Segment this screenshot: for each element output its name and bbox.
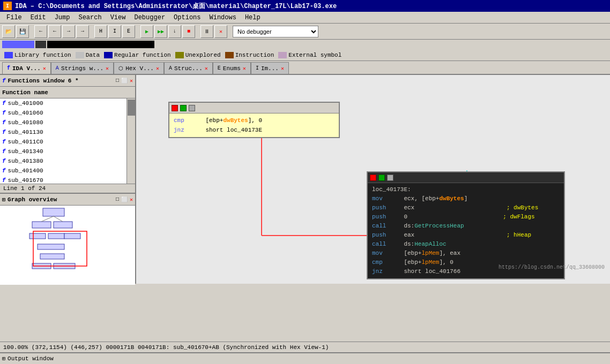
list-item[interactable]: f sub_401060	[0, 108, 127, 118]
legend-regular-label: Regular function	[114, 52, 171, 58]
exports-button[interactable]: E	[122, 25, 135, 38]
asm-mov-line: mov ecx, [ebp+dwBytes]	[372, 194, 560, 203]
tab-struct-label: Struc...	[174, 65, 203, 72]
svg-line-10	[41, 216, 54, 222]
tab-enums[interactable]: E Enums ✕	[213, 62, 251, 74]
function-list[interactable]: f sub_401000 f sub_401060 f sub_401080 f…	[0, 98, 127, 184]
functions-scrollbar[interactable]	[127, 98, 135, 184]
tab-strings[interactable]: A Strings w... ✕	[51, 62, 114, 74]
tab-idaview[interactable]: f IDA V... ✕	[2, 62, 51, 74]
func-icon: f	[2, 129, 6, 135]
code-block-large: loc_40173E: mov ecx, [ebp+dwBytes] push …	[367, 171, 565, 279]
debugger-select[interactable]: No debugger	[233, 26, 318, 37]
tab-imports-close[interactable]: ✕	[281, 65, 284, 72]
back-button[interactable]: ←	[34, 25, 47, 38]
val-0: 0	[404, 214, 407, 220]
graph-overview-pin[interactable]: □	[116, 196, 119, 202]
comment-dwBytes: ; dwBytes	[507, 204, 538, 211]
scrollbar-thumb[interactable]	[128, 100, 135, 116]
graph-view[interactable]: cmp [ebp+dwBytes], 0 jnz short loc_40173…	[136, 75, 610, 284]
menu-jump[interactable]: Jump	[50, 13, 75, 22]
svg-rect-4	[48, 233, 64, 239]
svg-rect-1	[32, 222, 51, 228]
tab-struct[interactable]: A Struc... ✕	[164, 62, 213, 74]
list-item[interactable]: f sub_401000	[0, 98, 127, 108]
func-name: sub_401380	[8, 158, 43, 164]
block-large-color-gray	[387, 175, 393, 181]
menu-options[interactable]: Options	[169, 13, 205, 22]
window-title: IDA – C:\Documents and Settings\Administ…	[15, 2, 337, 11]
func-name: sub_4011C0	[8, 139, 43, 145]
tab-strings-label: Strings w...	[61, 65, 103, 72]
tab-strings-close[interactable]: ✕	[106, 65, 109, 72]
sym-HeapAlloc: HeapAlloc	[414, 241, 446, 247]
menu-bar: File Edit Jump Search View Debugger Opti…	[0, 12, 610, 24]
menu-view[interactable]: View	[106, 13, 130, 22]
tab-hex-icon: ⬡	[118, 65, 123, 72]
instr-mov-1: mov	[372, 195, 383, 202]
tab-idaview-close[interactable]: ✕	[43, 65, 46, 72]
line-count: Line 1 of 24	[3, 185, 46, 192]
list-item[interactable]: f sub_401080	[0, 118, 127, 127]
asm-mov-lpmem: mov [ebp+lpMem], eax	[372, 249, 560, 258]
tab-hex[interactable]: ⬡ Hex V... ✕	[114, 62, 164, 74]
list-item[interactable]: f sub_401380	[0, 156, 127, 166]
tab-struct-close[interactable]: ✕	[205, 65, 208, 72]
hex-button[interactable]: H	[94, 25, 107, 38]
menu-windows[interactable]: Windows	[205, 13, 241, 22]
func-icon: f	[2, 119, 6, 126]
instr-call-1: call	[372, 223, 386, 229]
list-item[interactable]: f sub_401670	[0, 176, 127, 184]
block-color-green	[180, 105, 187, 111]
stop-button[interactable]: ■	[182, 25, 195, 38]
instr-push-1: push	[372, 204, 386, 211]
back2-button[interactable]: ←	[48, 25, 61, 38]
save-button[interactable]: 💾	[16, 25, 29, 38]
open-button[interactable]: 📂	[2, 25, 15, 38]
legend-instruction-color	[225, 52, 234, 58]
tab-idaview-label: IDA V...	[12, 65, 41, 72]
tab-imports-icon: I	[256, 65, 259, 71]
function-name-column: Function name	[2, 89, 48, 96]
functions-pin[interactable]: □	[116, 78, 119, 84]
tab-enums-close[interactable]: ✕	[243, 65, 246, 72]
fwd2-button[interactable]: →	[76, 25, 89, 38]
graph-overview-close[interactable]: ✕	[130, 196, 133, 203]
legend-external-color	[278, 52, 287, 58]
terminate-button[interactable]: ✕	[214, 25, 227, 38]
list-item[interactable]: f sub_401400	[0, 166, 127, 176]
run-button[interactable]: ▶	[140, 25, 153, 38]
list-item[interactable]: f sub_401130	[0, 127, 127, 137]
status-info: sub_401670+AB	[173, 344, 219, 351]
instr-mov-2: mov	[372, 250, 383, 256]
run2-button[interactable]: ▶▶	[154, 25, 167, 38]
list-item[interactable]: f sub_401340	[0, 147, 127, 156]
menu-help[interactable]: Help	[241, 13, 265, 22]
pause-button[interactable]: ⏸	[200, 25, 213, 38]
func-icon: f	[2, 139, 6, 145]
function-list-header: Function name	[0, 87, 135, 98]
menu-edit[interactable]: Edit	[26, 13, 50, 22]
func-icon: f	[2, 158, 6, 164]
graph-overview-float[interactable]: ⬜	[121, 196, 128, 203]
legend-library-label: Library function	[14, 52, 71, 58]
functions-float[interactable]: ⬜	[121, 78, 128, 84]
menu-debugger[interactable]: Debugger	[130, 13, 169, 22]
imports-button[interactable]: I	[108, 25, 121, 38]
step-button[interactable]: ↓	[168, 25, 181, 38]
graph-overview-label: Graph overview	[8, 196, 57, 203]
tab-imports[interactable]: I Im... ✕	[251, 62, 289, 74]
list-item[interactable]: f sub_4011C0	[0, 137, 127, 147]
menu-file[interactable]: File	[2, 13, 26, 22]
var-lpMem-2: lpMem	[421, 259, 439, 266]
tab-hex-label: Hex V...	[125, 65, 154, 72]
functions-close[interactable]: ✕	[130, 78, 133, 84]
functions-title-label: Functions window 6 *	[8, 78, 79, 84]
menu-search[interactable]: Search	[74, 13, 106, 22]
status-zoom: 100.00%	[3, 344, 28, 351]
func-name: sub_401080	[8, 119, 43, 126]
instr-cmp: cmp	[174, 117, 184, 124]
tab-hex-close[interactable]: ✕	[156, 65, 159, 72]
fwd-button[interactable]: →	[62, 25, 75, 38]
func-name: sub_401060	[8, 110, 43, 116]
